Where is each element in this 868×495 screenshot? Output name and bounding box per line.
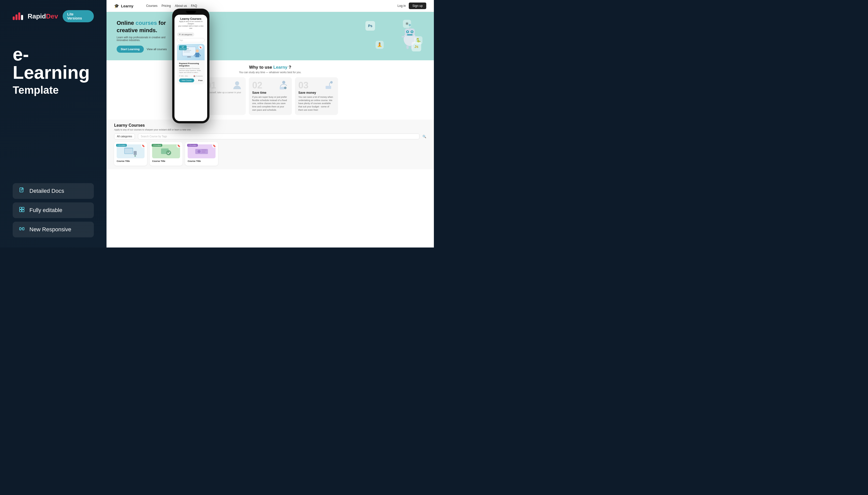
view-course-button[interactable]: View Course — [179, 79, 194, 82]
start-learning-button[interactable]: Start Learning — [117, 46, 144, 53]
yoga-icon: 🧘 — [376, 41, 384, 49]
phone-mockup: Learny Courses Apply to any of our cours… — [173, 9, 209, 123]
enrolled-badge-1: 3 Enrolled — [116, 144, 127, 147]
phone-filter-label: All categories — [182, 34, 192, 35]
categories-filter-label: All categories — [117, 135, 132, 138]
phone-title: Learny Courses — [178, 17, 204, 20]
why-title-accent: Learny — [273, 65, 288, 70]
card-01-text: ...yourself, take up a career in your — [206, 91, 242, 94]
svg-rect-26 — [134, 151, 137, 155]
svg-rect-36 — [187, 56, 191, 57]
svg-rect-38 — [195, 53, 199, 57]
phone-course-date: 17 Enrolled — [179, 45, 187, 50]
nav-courses[interactable]: Courses — [146, 4, 158, 7]
svg-rect-4 — [22, 210, 24, 212]
nav-brand: 🎓 Learny — [114, 3, 133, 8]
view-all-courses-button[interactable]: View all courses — [147, 48, 167, 51]
course-date-label: Enrolled — [180, 48, 186, 50]
phone-tags-input[interactable]: Tags — [177, 38, 204, 42]
feature-editable-label: Fully editable — [29, 207, 62, 214]
phone-course-price: Free — [198, 79, 202, 82]
enrolled-badge-2: 1 Enrolled — [152, 144, 162, 147]
svg-point-19 — [282, 81, 285, 84]
why-card-03: 03 Save money You can save a lot of mone… — [295, 77, 338, 115]
hero-buttons: Start Learning View all courses — [117, 46, 360, 53]
card-03-title: Save money — [298, 91, 334, 95]
course-card-3: 3 Enrolled 🔖 Course Title — [185, 142, 218, 166]
phone-screen: Learny Courses Apply to any of our cours… — [175, 15, 207, 121]
svg-point-27 — [134, 155, 136, 156]
feature-docs-label: Detailed Docs — [29, 188, 64, 194]
nav-signup[interactable]: Sign up — [409, 2, 426, 9]
phone-notch — [186, 11, 196, 13]
svg-rect-23 — [326, 86, 331, 89]
course-card-1: 3 Enrolled 🔖 Course Title — [114, 142, 147, 166]
hero-visual: Ps Js ⚛ 🧘 🐍 — [360, 20, 424, 53]
grid-icon: ⊞ — [179, 33, 181, 35]
brand-logo — [13, 13, 23, 20]
card-03-text: You can save a lot of money when underta… — [298, 96, 334, 112]
right-panel: 🎓 Learny Courses Pricing About us FAQ Lo… — [107, 0, 434, 248]
nav-bar: 🎓 Learny Courses Pricing About us FAQ Lo… — [107, 0, 434, 12]
responsive-icon — [18, 226, 26, 233]
svg-rect-2 — [22, 207, 24, 209]
phone-filter-btn[interactable]: ⊞ All categories — [177, 32, 194, 36]
nav-login[interactable]: Log in — [398, 4, 406, 7]
search-icon[interactable]: 🔍 — [423, 135, 426, 138]
atom-icon: ⚛ — [403, 20, 411, 28]
svg-rect-11 — [407, 34, 413, 35]
logo-bar-3 — [18, 13, 20, 20]
features-list: Detailed Docs Fully editable New Respons… — [13, 183, 94, 237]
phone-course-footer: View Course Free — [179, 79, 202, 82]
card-02-icon — [278, 80, 288, 90]
course-card-title-1: Course Title — [117, 160, 145, 163]
nav-faq[interactable]: FAQ — [191, 4, 197, 7]
phone-course-card: 17 Enrolled 🔖 Payment Processing Integra… — [177, 44, 204, 84]
svg-rect-3 — [19, 210, 21, 212]
feature-docs: Detailed Docs — [13, 183, 94, 199]
bookmark-icon-2[interactable]: 🔖 — [177, 143, 181, 148]
phone-course-img: 17 Enrolled 🔖 — [177, 44, 204, 60]
card-02-text: If you are super busy or just prefer fle… — [252, 96, 288, 112]
nav-pricing[interactable]: Pricing — [162, 4, 171, 7]
courses-section: Learny Courses Apply to any of our cours… — [107, 120, 434, 169]
why-card-02: 02 Save time If you are super busy or ju… — [249, 77, 292, 115]
svg-point-21 — [284, 87, 286, 89]
phone-tags-placeholder: Tags — [179, 39, 183, 41]
svg-point-31 — [198, 150, 200, 153]
feature-editable: Fully editable — [13, 202, 94, 218]
phone-course-lessons: 📚 3 Lessons — [194, 75, 202, 77]
feature-responsive: New Responsive — [13, 222, 94, 237]
card-03-icon — [324, 80, 334, 90]
course-date-num: 17 — [180, 46, 186, 48]
phone-subtitle: Apply to any of our courses to sharpenyo… — [178, 20, 204, 29]
why-title: Why to use Learny ? — [114, 65, 426, 70]
phone-header: Learny Courses Apply to any of our cours… — [175, 15, 207, 31]
phone-course-meta: ⏱ 00h : 19m 📚 3 Lessons — [179, 75, 202, 77]
left-panel: RapidDev Lite Versions e-Learning Templa… — [0, 0, 107, 248]
bookmark-icon-1[interactable]: 🔖 — [141, 143, 146, 148]
nav-brand-icon: 🎓 — [114, 3, 119, 8]
phone-course-time: ⏱ 00h : 19m — [179, 75, 188, 77]
lite-badge: Lite Versions — [63, 10, 94, 22]
svg-rect-25 — [125, 149, 133, 154]
tags-search[interactable]: Search Course by Tags — [138, 134, 420, 139]
website-preview: 🎓 Learny Courses Pricing About us FAQ Lo… — [107, 0, 434, 248]
editable-icon — [18, 206, 26, 214]
bookmark-icon-3[interactable]: 🔖 — [212, 143, 216, 148]
svg-point-10 — [412, 31, 413, 32]
course-cards-row: 3 Enrolled 🔖 Course Title 1 Enrolled — [114, 142, 426, 166]
phone-frame: Learny Courses Apply to any of our cours… — [173, 9, 209, 123]
enrolled-badge-3: 3 Enrolled — [187, 144, 198, 147]
nav-about[interactable]: About us — [175, 4, 187, 7]
ps-icon: Ps — [365, 21, 375, 31]
hero-title: Online courses forcreative minds. — [117, 19, 360, 34]
categories-filter[interactable]: All categories — [114, 134, 135, 139]
svg-rect-32 — [201, 150, 207, 151]
svg-point-37 — [196, 49, 199, 52]
svg-rect-41 — [184, 52, 190, 52]
feature-responsive-label: New Responsive — [29, 226, 71, 233]
course-card-title-3: Course Title — [187, 160, 215, 163]
main-title: e-Learning — [13, 45, 94, 82]
svg-point-18 — [235, 81, 239, 85]
